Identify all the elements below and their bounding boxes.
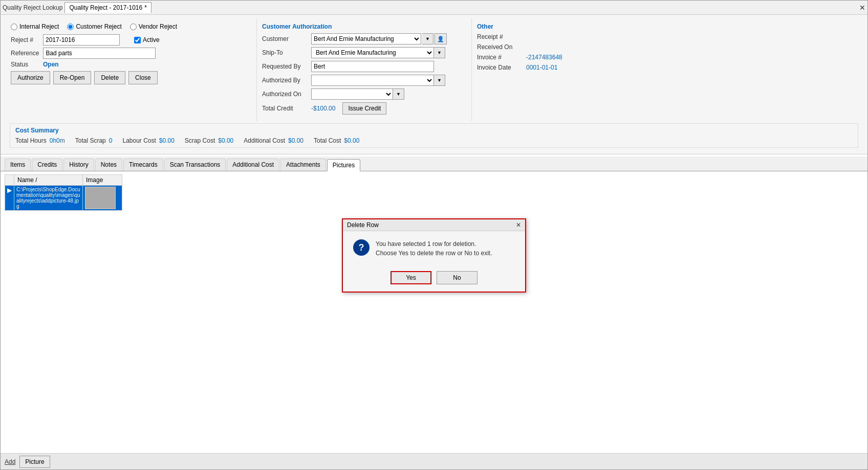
receipt-label: Receipt # bbox=[477, 33, 523, 40]
action-buttons: Authorize Re-Open Delete Close bbox=[11, 71, 251, 84]
requestedby-input[interactable] bbox=[311, 61, 434, 72]
internal-reject-radio[interactable]: Internal Reject bbox=[11, 23, 59, 30]
bottom-bar: Add Picture bbox=[1, 453, 867, 469]
issue-credit-button[interactable]: Issue Credit bbox=[342, 102, 386, 115]
active-checkbox[interactable] bbox=[134, 37, 141, 43]
tab-scan-transactions[interactable]: Scan Transactions bbox=[164, 159, 226, 171]
active-checkbox-label[interactable]: Active bbox=[134, 36, 160, 43]
tab-modified: * bbox=[144, 4, 147, 11]
top-section: Internal Reject Customer Reject Vendor R… bbox=[1, 15, 867, 154]
customer-label: Customer bbox=[262, 35, 308, 42]
customer-select[interactable]: Bert And Ernie Manufacturing bbox=[311, 33, 421, 44]
authorizedby-select[interactable] bbox=[311, 75, 434, 86]
totalcost-value: $0.00 bbox=[344, 137, 359, 144]
tab-notes[interactable]: Notes bbox=[95, 159, 122, 171]
customer-auth-header: Customer Authorization bbox=[262, 23, 466, 30]
cost-summary-section: Cost Summary Total Hours 0h0m Total Scra… bbox=[10, 123, 858, 148]
tabs-bar: Items Credits History Notes Timecards Sc… bbox=[1, 156, 867, 171]
shipto-select[interactable]: Bert And Ernie Manufacturing bbox=[311, 47, 434, 58]
invoicedate-row: Invoice Date 0001-01-01 bbox=[477, 64, 857, 71]
labourcost-value: $0.00 bbox=[159, 137, 175, 144]
labour-cost-item: Labour Cost $0.00 bbox=[122, 137, 174, 144]
reference-label: Reference bbox=[11, 50, 39, 57]
dialog-message-line1: You have selected 1 row for deletion. bbox=[376, 239, 492, 249]
invoice-row: Invoice # -2147483648 bbox=[477, 54, 857, 61]
additionalcost-value: $0.00 bbox=[288, 137, 303, 144]
invoice-label: Invoice # bbox=[477, 54, 523, 61]
totalcredit-value: -$100.00 bbox=[311, 105, 335, 112]
close-button[interactable]: Close bbox=[128, 71, 158, 84]
shipto-field-group: Bert And Ernie Manufacturing ▼ bbox=[311, 47, 445, 58]
dialog-no-button[interactable]: No bbox=[437, 271, 478, 284]
dialog-close-button[interactable]: ✕ bbox=[516, 221, 521, 229]
delete-button[interactable]: Delete bbox=[94, 71, 125, 84]
dialog-content: ? You have selected 1 row for deletion. … bbox=[343, 231, 525, 266]
reference-input[interactable] bbox=[43, 48, 156, 59]
reject-type-group: Internal Reject Customer Reject Vendor R… bbox=[11, 23, 251, 30]
requestedby-label: Requested By bbox=[262, 63, 308, 70]
authorize-button[interactable]: Authorize bbox=[11, 71, 50, 84]
reject-row: Reject # Active bbox=[11, 34, 251, 46]
row-arrow: ▶ bbox=[5, 186, 14, 211]
cost-row: Total Hours 0h0m Total Scrap 0 Labour Co… bbox=[15, 137, 853, 144]
authorizedon-label: Authorized On bbox=[262, 91, 308, 98]
invoicedate-value[interactable]: 0001-01-01 bbox=[526, 64, 557, 71]
customer-field-group: Bert And Ernie Manufacturing ▼ 👤 bbox=[311, 33, 447, 44]
picture-button[interactable]: Picture bbox=[19, 456, 50, 468]
tab-pictures[interactable]: Pictures bbox=[327, 159, 360, 171]
authorizedon-dropdown-arrow[interactable]: ▼ bbox=[393, 88, 404, 100]
receivedon-label: Received On bbox=[477, 43, 523, 51]
status-label: Status bbox=[11, 61, 39, 68]
authorizedon-row: Authorized On ▼ bbox=[262, 88, 466, 100]
other-header: Other bbox=[477, 23, 857, 30]
dialog-question-icon: ? bbox=[353, 239, 370, 256]
tab-content-pictures: Name / Image ▶ C:\Projects\ShopEdge.Docu… bbox=[1, 171, 867, 453]
totalscrap-value: 0 bbox=[109, 137, 113, 144]
col-name-header[interactable]: Name / bbox=[14, 175, 83, 186]
tab-timecards[interactable]: Timecards bbox=[123, 159, 163, 171]
total-scrap-item: Total Scrap 0 bbox=[75, 137, 113, 144]
invoice-value[interactable]: -2147483648 bbox=[526, 54, 562, 61]
reject-label: Reject # bbox=[11, 36, 39, 43]
tab-credits[interactable]: Credits bbox=[32, 159, 62, 171]
active-label: Active bbox=[143, 36, 160, 43]
vendor-reject-radio[interactable]: Vendor Reject bbox=[130, 23, 177, 30]
tab-history[interactable]: History bbox=[63, 159, 94, 171]
window-close-button[interactable]: ✕ bbox=[859, 4, 865, 12]
active-tab[interactable]: Quality Reject - 2017-1016 * bbox=[64, 2, 151, 13]
row-image bbox=[82, 186, 122, 211]
customer-reject-radio[interactable]: Customer Reject bbox=[67, 23, 121, 30]
authorizedby-dropdown-arrow[interactable]: ▼ bbox=[434, 75, 445, 86]
lookup-title: Quality Reject Lookup bbox=[3, 4, 62, 11]
totalhours-label: Total Hours bbox=[15, 137, 47, 144]
scrapcost-label: Scrap Cost bbox=[185, 137, 215, 144]
customer-reject-label: Customer Reject bbox=[76, 23, 121, 30]
receipt-row: Receipt # bbox=[477, 33, 857, 40]
shipto-row: Ship-To Bert And Ernie Manufacturing ▼ bbox=[262, 47, 466, 58]
authorizedon-select[interactable] bbox=[311, 88, 393, 100]
tab-additional-cost[interactable]: Additional Cost bbox=[227, 159, 279, 171]
col-sort-icon: / bbox=[35, 176, 37, 184]
additional-cost-item: Additional Cost $0.00 bbox=[244, 137, 303, 144]
add-link[interactable]: Add bbox=[5, 458, 15, 465]
dialog-yes-button[interactable]: Yes bbox=[390, 271, 431, 284]
vendor-reject-label: Vendor Reject bbox=[139, 23, 177, 30]
totalcost-label: Total Cost bbox=[314, 137, 341, 144]
shipto-dropdown-arrow[interactable]: ▼ bbox=[434, 47, 445, 58]
main-columns: Internal Reject Customer Reject Vendor R… bbox=[6, 19, 862, 121]
tab-items[interactable]: Items bbox=[5, 159, 31, 171]
reopen-button[interactable]: Re-Open bbox=[53, 71, 92, 84]
scrapcost-value: $0.00 bbox=[218, 137, 233, 144]
additionalcost-label: Additional Cost bbox=[244, 137, 285, 144]
totalcredit-label: Total Credit bbox=[262, 105, 308, 112]
reject-input[interactable] bbox=[43, 34, 120, 46]
labourcost-label: Labour Cost bbox=[122, 137, 156, 144]
customer-dropdown-arrow[interactable]: ▼ bbox=[422, 33, 433, 44]
customer-row: Customer Bert And Ernie Manufacturing ▼ … bbox=[262, 33, 466, 44]
col-arrow-header bbox=[5, 175, 14, 186]
totalscrap-label: Total Scrap bbox=[75, 137, 106, 144]
authorizedby-field-group: ▼ bbox=[311, 75, 445, 86]
table-row[interactable]: ▶ C:\Projects\ShopEdge.Documentation\qua… bbox=[5, 186, 122, 211]
tab-attachments[interactable]: Attachments bbox=[280, 159, 326, 171]
customer-lookup-button[interactable]: 👤 bbox=[435, 33, 447, 44]
